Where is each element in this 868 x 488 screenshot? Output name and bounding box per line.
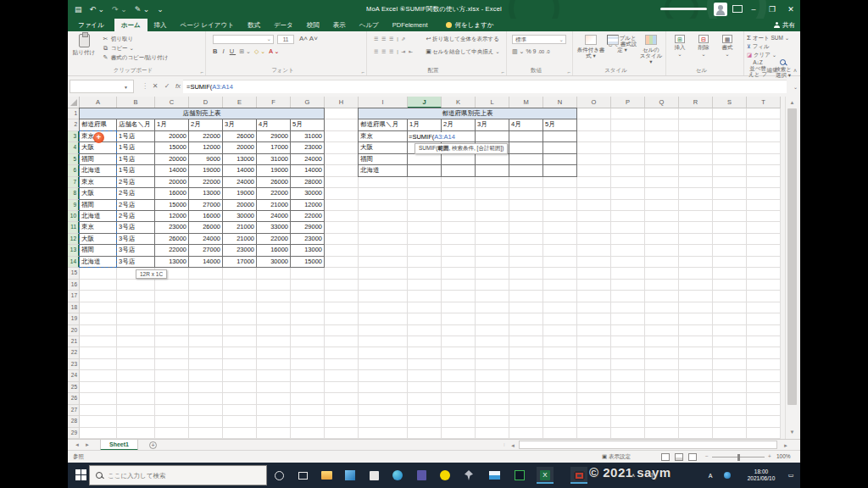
row-header-15[interactable]: 15 xyxy=(68,268,80,279)
confirm-entry-button[interactable]: ✓ xyxy=(161,80,173,93)
table-cell[interactable]: 大阪 xyxy=(80,234,117,245)
row-header-21[interactable]: 21 xyxy=(68,336,80,347)
taskbar-search-input[interactable] xyxy=(108,472,252,480)
table-cell[interactable]: 北海道 xyxy=(80,211,117,222)
share-button[interactable]: 共有 xyxy=(774,19,795,31)
table-header-cell[interactable]: 都道府県 xyxy=(80,119,117,130)
column-header-I[interactable]: I xyxy=(359,97,408,108)
column-header-F[interactable]: F xyxy=(257,97,291,108)
table-cell[interactable]: 21000 xyxy=(257,200,291,211)
dialog-launcher-icon[interactable]: ⌐ xyxy=(501,69,504,75)
table-cell[interactable]: 北海道 xyxy=(80,257,117,268)
paste-button[interactable]: 貼り付け xyxy=(70,34,98,55)
zoom-in-icon[interactable]: + xyxy=(768,453,771,459)
column-header-K[interactable]: K xyxy=(442,97,476,108)
autosum-button[interactable]: Σ オート SUM ⌄ xyxy=(747,34,789,42)
table-cell[interactable]: 23000 xyxy=(155,222,189,233)
table-cell[interactable]: 1号店 xyxy=(117,165,155,176)
worksheet-grid[interactable]: ABCDEFGHIJKLMNOPQRST 1234567891011121314… xyxy=(68,97,800,439)
tab-挿入[interactable]: 挿入 xyxy=(147,19,174,31)
table-cell[interactable]: 22000 xyxy=(291,211,325,222)
delete-cells-button[interactable]: ⊟削除⌄ xyxy=(693,35,715,58)
table-cell[interactable]: 2号店 xyxy=(117,188,155,199)
row-header-8[interactable]: 8 xyxy=(68,188,80,199)
row-header-24[interactable]: 24 xyxy=(68,370,80,381)
name-box-dropdown-icon[interactable]: ▼ xyxy=(124,85,128,90)
column-header-S[interactable]: S xyxy=(713,97,747,108)
table-cell[interactable]: 30000 xyxy=(257,257,291,268)
ribbon-display-options-icon[interactable] xyxy=(732,5,743,13)
zoom-out-icon[interactable]: − xyxy=(705,453,709,459)
table-cell[interactable]: 22000 xyxy=(155,245,189,256)
table-cell[interactable]: 12000 xyxy=(155,211,189,222)
row-header-19[interactable]: 19 xyxy=(68,313,80,324)
row-header-1[interactable]: 1 xyxy=(68,108,80,119)
fill-button[interactable]: ⊻ フィル xyxy=(747,42,770,50)
column-header-E[interactable]: E xyxy=(223,97,257,108)
dialog-launcher-icon[interactable]: ⌐ xyxy=(567,69,570,75)
vertical-scrollbar[interactable]: ▲ ▼ xyxy=(785,97,798,439)
format-painter-button[interactable]: ✎ 書式のコピー/貼り付け xyxy=(102,53,168,62)
ime-mode[interactable]: A xyxy=(705,463,715,488)
cell-styles-button[interactable]: セルの スタイル ▾ xyxy=(639,35,663,64)
recorder-icon[interactable] xyxy=(570,467,587,484)
collapse-ribbon-icon[interactable]: ˄ xyxy=(793,68,797,74)
column-header-N[interactable]: N xyxy=(543,97,577,108)
table-cell[interactable]: 17000 xyxy=(223,257,257,268)
row-header-6[interactable]: 6 xyxy=(68,165,80,176)
format-cells-button[interactable]: ▦書式⌄ xyxy=(716,35,738,58)
page-break-view-icon[interactable] xyxy=(688,453,697,461)
row-header-12[interactable]: 12 xyxy=(68,234,80,245)
media-app-icon[interactable] xyxy=(511,467,528,484)
tab-ページ レイアウト[interactable]: ページ レイアウト xyxy=(174,19,241,31)
column-header-L[interactable]: L xyxy=(476,97,509,108)
table-cell[interactable]: 31000 xyxy=(257,154,291,165)
table-title[interactable]: 店舗別売上表 xyxy=(80,108,325,119)
tell-me-box[interactable]: 何をしますか xyxy=(446,19,493,31)
photos-icon[interactable] xyxy=(342,467,359,484)
row-header-27[interactable]: 27 xyxy=(68,405,80,416)
row-header-28[interactable]: 28 xyxy=(68,416,80,427)
table-cell[interactable]: 3号店 xyxy=(117,257,155,268)
table-cell[interactable]: 3号店 xyxy=(117,234,155,245)
table-cell[interactable]: 3号店 xyxy=(117,222,155,233)
table-cell[interactable]: 1号店 xyxy=(117,142,155,153)
cortana-tray-icon[interactable] xyxy=(722,463,732,488)
table-cell[interactable]: 19000 xyxy=(257,165,291,176)
table-cell[interactable] xyxy=(543,131,577,142)
row-header-26[interactable]: 26 xyxy=(68,393,80,404)
table-cell[interactable]: 29000 xyxy=(291,222,325,233)
yellow-app-icon[interactable] xyxy=(437,467,453,484)
column-header-C[interactable]: C xyxy=(155,97,189,108)
account-avatar[interactable] xyxy=(714,3,727,16)
tab-数式[interactable]: 数式 xyxy=(241,19,267,31)
table-cell[interactable]: 24000 xyxy=(189,234,223,245)
table-cell[interactable]: 北海道 xyxy=(359,165,408,176)
close-button[interactable]: ✕ xyxy=(782,0,800,19)
wrap-text-button[interactable]: ↩折り返して全体を表示する xyxy=(425,35,499,43)
scroll-up-icon[interactable]: ▲ xyxy=(787,98,797,108)
action-center-icon[interactable]: ▭ xyxy=(785,463,797,488)
number-format-select[interactable]: 標準⌄ xyxy=(512,35,566,44)
table-cell[interactable] xyxy=(509,154,543,165)
number-format-buttons[interactable]: ▥ ⌄ % 9 .00 .0 xyxy=(512,47,550,56)
clock[interactable]: 18:002021/06/10 xyxy=(739,463,783,488)
table-cell[interactable]: 22000 xyxy=(257,188,291,199)
row-header-20[interactable]: 20 xyxy=(68,325,80,336)
row-header-25[interactable]: 25 xyxy=(68,382,80,393)
border-button[interactable]: ⊞ ⌄ xyxy=(239,48,251,54)
table-cell[interactable]: 24000 xyxy=(257,211,291,222)
table-cell[interactable]: 33000 xyxy=(257,222,291,233)
bold-button[interactable]: B xyxy=(213,47,219,55)
row-header-14[interactable]: 14 xyxy=(68,257,80,268)
table-cell[interactable]: 26000 xyxy=(189,222,223,233)
column-header-O[interactable]: O xyxy=(577,97,611,108)
tab-校閲[interactable]: 校閲 xyxy=(300,19,326,31)
fill-color-button[interactable]: ◇ ⌄ xyxy=(254,48,265,54)
table-cell[interactable]: 20000 xyxy=(155,131,189,142)
table-cell[interactable]: 29000 xyxy=(257,131,291,142)
column-header-T[interactable]: T xyxy=(747,97,781,108)
table-cell[interactable]: 21000 xyxy=(223,222,257,233)
table-cell[interactable]: 13000 xyxy=(155,257,189,268)
row-header-13[interactable]: 13 xyxy=(68,245,80,256)
